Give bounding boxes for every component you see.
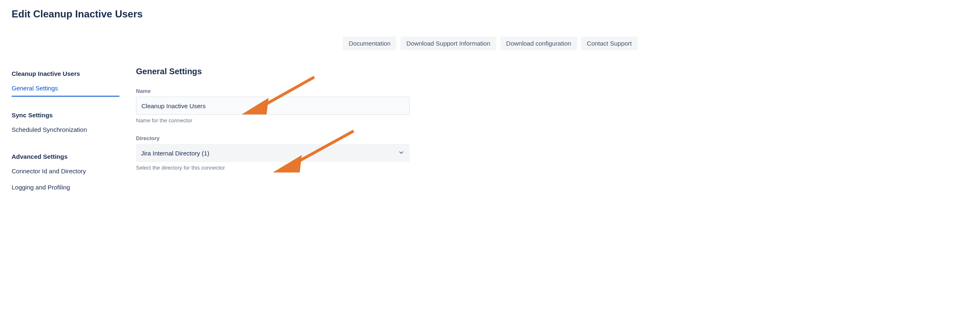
page-title: Edit Cleanup Inactive Users [12,8,642,20]
sidebar-heading-sync: Sync Settings [12,108,119,122]
download-support-button[interactable]: Download Support Information [400,36,496,50]
sidebar-heading-cleanup: Cleanup Inactive Users [12,67,119,80]
sidebar-item-logging[interactable]: Logging and Profiling [12,180,119,196]
download-config-button[interactable]: Download configuration [500,36,577,50]
section-title: General Settings [136,67,426,76]
name-label: Name [136,88,426,94]
sidebar-heading-advanced: Advanced Settings [12,150,119,163]
directory-select[interactable]: Jira Internal Directory (1) [136,144,410,162]
sidebar-item-general-settings[interactable]: General Settings [12,80,119,97]
action-bar: Documentation Download Support Informati… [12,36,642,50]
contact-support-button[interactable]: Contact Support [581,36,638,50]
directory-field: Directory Jira Internal Directory (1) Se… [136,135,426,171]
directory-label: Directory [136,135,426,141]
directory-help: Select the directory for this connector [136,165,426,171]
name-help: Name for the connector [136,117,426,124]
sidebar: Cleanup Inactive Users General Settings … [12,67,119,207]
documentation-button[interactable]: Documentation [343,36,396,50]
name-field: Name Name for the connector [136,88,426,124]
name-input[interactable] [136,97,410,115]
sidebar-item-scheduled-sync[interactable]: Scheduled Synchronization [12,122,119,138]
sidebar-item-connector-id[interactable]: Connector Id and Directory [12,163,119,180]
main-panel: General Settings Name Name for the conne… [136,67,426,207]
